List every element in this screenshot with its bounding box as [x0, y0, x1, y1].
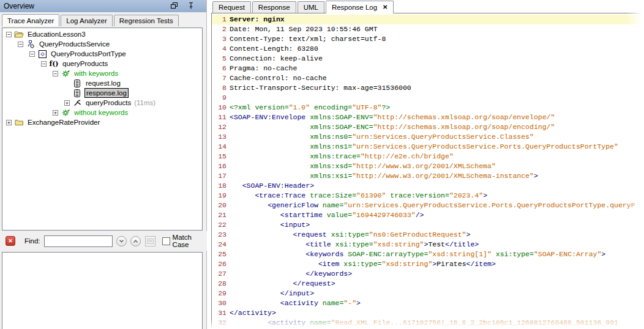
line-number: 22 [212, 220, 227, 230]
tab-response-log[interactable]: Response Log✕ [326, 1, 394, 13]
tab-log-analyzer[interactable]: Log Analyzer [61, 15, 113, 26]
left-tab-strip: Trace AnalyzerLog AnalyzerRegression Tes… [0, 12, 206, 26]
line-number: 8 [212, 83, 227, 93]
tree-item-label[interactable]: with keywords [73, 69, 119, 78]
line-number: 19 [212, 191, 227, 201]
tree-item-label[interactable]: queryProducts [61, 59, 109, 68]
tab-request[interactable]: Request [212, 1, 251, 13]
find-previous-button[interactable] [130, 236, 141, 246]
code-text: xmlns:xsd="http://www.w3.org/2001/XMLSch… [230, 161, 644, 171]
code-line: 5Connection: keep-alive [212, 54, 644, 64]
highlight-all-button[interactable] [145, 236, 155, 246]
find-bar: ✕ Find: Match Case [0, 231, 207, 251]
tree-item-response-log[interactable]: response.log [2, 88, 202, 98]
minus-expander-icon[interactable]: − [18, 42, 23, 47]
tree-item-educationlesson3[interactable]: −EducationLesson3 [2, 29, 202, 39]
find-input[interactable] [44, 235, 113, 247]
code-text: </activity> [230, 308, 644, 318]
code-text: </request> [230, 279, 644, 289]
code-text: <SOAP-ENV:Header> [230, 181, 644, 191]
log-viewer-panel: RequestResponseUMLResponse Log✕ 1Server:… [211, 0, 644, 329]
code-line: 27 </keywords> [212, 269, 644, 279]
response-log-editor[interactable]: 1Server: nginx2Date: Mon, 11 Sep 2023 10… [211, 13, 644, 329]
line-number: 14 [212, 142, 227, 152]
tree-item-label[interactable]: QueryProductsPortType [50, 50, 127, 58]
tree-item-without-keywords[interactable]: +without keywords [2, 108, 202, 117]
tab-regression-tests[interactable]: Regression Tests [114, 15, 179, 26]
trace-tree[interactable]: −EducationLesson3−QueryProductsService−Q… [2, 28, 203, 231]
tree-item-queryproductsporttype[interactable]: −QueryProductsPortType [2, 49, 202, 59]
minus-expander-icon[interactable]: − [53, 71, 58, 76]
code-line: 10<?xml version="1.0" encoding="UTF-8"?> [212, 103, 644, 113]
tree-item-queryproducts[interactable]: −f()queryProducts [2, 59, 202, 68]
log-icon [72, 89, 82, 97]
tree-connector [64, 91, 70, 96]
tab-response[interactable]: Response [252, 1, 296, 13]
tree-item-label[interactable]: EducationLesson3 [26, 30, 87, 39]
tab-uml[interactable]: UML [298, 1, 324, 13]
line-number: 11 [212, 113, 227, 122]
tree-item-label[interactable]: without keywords [73, 108, 129, 117]
pin-icon[interactable] [188, 1, 194, 12]
tree-item-request-log[interactable]: request.log [2, 78, 202, 88]
line-number: 13 [212, 132, 227, 142]
close-tab-icon[interactable]: ✕ [383, 4, 388, 10]
minus-expander-icon[interactable]: − [6, 32, 12, 37]
tree-item-queryproducts[interactable]: +queryProducts(11ms) [2, 98, 202, 108]
minus-expander-icon[interactable]: − [29, 51, 35, 57]
code-line: 2Date: Mon, 11 Sep 2023 10:55:46 GMT [212, 24, 644, 34]
code-text: <activity name="-"> [230, 298, 644, 308]
tab-trace-analyzer[interactable]: Trace Analyzer [2, 14, 59, 26]
match-case-checkbox[interactable] [162, 237, 170, 245]
line-number: 12 [212, 122, 227, 132]
code-line: 8Strict-Transport-Security: max-age=3153… [212, 83, 644, 93]
code-line: 14 xmlns:ns1="urn:Services.QueryProducts… [212, 142, 644, 152]
code-text: <title xsi:type="xsd:string">Test</title… [230, 240, 644, 250]
code-text: <SOAP-ENV:Envelope xmlns:SOAP-ENV="http:… [230, 113, 644, 122]
code-line: 17 xmlns:xsi="http://www.w3.org/2001/XML… [212, 171, 644, 181]
line-number: 9 [212, 93, 227, 103]
tree-item-with-keywords[interactable]: −with keywords [2, 68, 202, 78]
code-line: 4Content-Length: 63280 [212, 44, 644, 54]
tree-item-label[interactable]: QueryProductsService [38, 40, 111, 48]
line-number: 10 [212, 103, 227, 113]
line-number: 15 [212, 152, 227, 161]
plus-expander-icon[interactable]: + [64, 100, 70, 106]
line-number: 26 [212, 259, 227, 269]
code-line: 11<SOAP-ENV:Envelope xmlns:SOAP-ENV="htt… [212, 113, 644, 122]
tree-item-label[interactable]: ExchangeRateProvider [26, 118, 101, 127]
highlight-all-icon [147, 238, 154, 244]
tree-item-label[interactable]: response.log [84, 88, 129, 98]
code-line: 29 </input> [212, 289, 644, 298]
right-tab-strip: RequestResponseUMLResponse Log✕ [211, 0, 644, 13]
code-line: 22 <input> [212, 220, 644, 230]
line-number: 4 [212, 44, 227, 54]
line-number: 27 [212, 269, 227, 279]
chevron-up-icon [133, 239, 138, 243]
code-text: xmlns:ns1="urn:Services.QueryProductsSer… [230, 142, 644, 152]
tree-item-label[interactable]: queryProducts [84, 98, 132, 107]
tree-item-queryproductsservice[interactable]: −QueryProductsService [2, 39, 202, 49]
plus-expander-icon[interactable]: + [53, 110, 58, 116]
line-number: 20 [212, 201, 227, 210]
close-icon[interactable]: ✕ [6, 236, 15, 246]
gear-icon [61, 70, 70, 78]
code-text [230, 93, 644, 103]
line-number: 32 [212, 318, 227, 328]
folder-open-icon [14, 31, 24, 38]
code-text: <startTime value="1694429746033"/> [230, 210, 644, 220]
overview-titlebar: Overview [0, 0, 206, 12]
line-number: 25 [212, 250, 227, 259]
code-text: </input> [230, 289, 644, 298]
line-number: 3 [212, 34, 227, 44]
code-text: Content-Type: text/xml; charset=utf-8 [230, 34, 644, 44]
minus-expander-icon[interactable]: − [41, 61, 47, 67]
plus-expander-icon[interactable]: + [6, 120, 12, 125]
tree-item-label[interactable]: request.log [84, 79, 122, 87]
line-number: 18 [212, 181, 227, 191]
find-next-button[interactable] [116, 236, 127, 246]
line-number: 1 [212, 15, 227, 24]
lower-empty-panel [2, 252, 203, 329]
restore-icon[interactable] [171, 1, 178, 12]
tree-item-exchangerateprovider[interactable]: +ExchangeRateProvider [2, 117, 202, 127]
